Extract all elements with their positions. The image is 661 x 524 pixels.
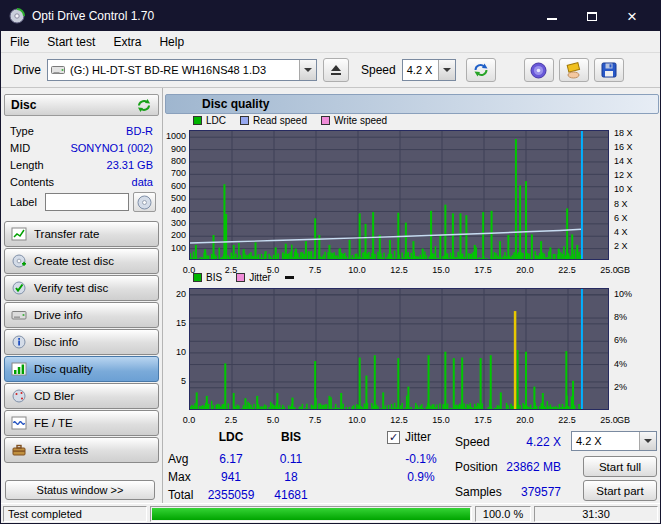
menu-file[interactable]: File xyxy=(1,32,38,52)
x-axis-tick-label: 7.5 xyxy=(301,415,329,425)
sidebar-item-label: FE / TE xyxy=(34,417,73,429)
legend-item-label: LDC xyxy=(206,115,226,126)
sidebar-item-label: Disc info xyxy=(34,336,78,348)
bis-legend-swatch xyxy=(193,273,202,282)
y-axis-tick-label: 100 xyxy=(164,243,186,253)
disc-panel-header: Disc xyxy=(4,94,159,116)
ldc-read-speed-chart-plot xyxy=(189,130,609,260)
field-contents: Contents data xyxy=(1,173,162,190)
label-input[interactable] xyxy=(45,193,129,211)
y2-axis-tick-label: 6% xyxy=(614,335,650,345)
chevron-down-icon xyxy=(443,68,451,72)
disc-info-icon xyxy=(11,334,27,350)
disc-button[interactable] xyxy=(524,58,554,82)
y2-axis-tick-label: 2% xyxy=(614,382,650,392)
progress-bar xyxy=(150,506,472,522)
x-axis-tick-label: 0.0 xyxy=(175,415,203,425)
y2-axis-tick-label: 14 X xyxy=(614,156,650,166)
jitter-checkbox[interactable]: ✓ Jitter xyxy=(387,430,431,444)
drive-select-arrow[interactable] xyxy=(299,60,316,80)
sidebar-item-create-test-disc[interactable]: Create test disc xyxy=(4,248,159,274)
progress-percent: 100.0 % xyxy=(475,506,531,522)
test-speed-arrow[interactable] xyxy=(639,432,656,450)
x-axis-tick-label: 17.5 xyxy=(469,265,497,275)
maximize-button[interactable] xyxy=(572,1,612,31)
samples-info-value: 379577 xyxy=(499,485,561,499)
legend-item-label: Jitter xyxy=(249,272,271,283)
bis-jitter-chart-plot xyxy=(189,288,609,410)
hand-button[interactable] xyxy=(559,58,589,82)
x-axis-tick-label: 17.5 xyxy=(469,415,497,425)
total-row-label: Total xyxy=(168,488,208,502)
field-contents-label: Contents xyxy=(10,176,54,188)
field-length-value: 23.31 GB xyxy=(107,159,153,171)
x-axis-tick-label: 22.5 xyxy=(553,415,581,425)
y-axis-tick-label: 1000 xyxy=(164,131,186,141)
refresh-disc-icon[interactable] xyxy=(136,98,152,113)
eject-button[interactable] xyxy=(323,58,349,82)
y2-axis-tick-label: 8% xyxy=(614,312,650,322)
drive-select[interactable]: (G:) HL-DT-ST BD-RE WH16NS48 1.D3 xyxy=(47,59,317,81)
speed-select-arrow[interactable] xyxy=(438,60,455,80)
sidebar-item-cd-bler[interactable]: CD Bler xyxy=(4,383,159,409)
drive-info-icon xyxy=(11,307,27,323)
avg-row-label: Avg xyxy=(168,452,208,466)
status-window-button[interactable]: Status window >> xyxy=(5,480,155,500)
y-axis-tick-label: 200 xyxy=(164,230,186,240)
save-button[interactable] xyxy=(594,58,624,82)
disc-quality-icon xyxy=(11,361,27,377)
checkbox-box[interactable]: ✓ xyxy=(387,431,400,444)
sidebar-item-disc-info[interactable]: Disc info xyxy=(4,329,159,355)
menu-start-test[interactable]: Start test xyxy=(38,32,104,52)
y2-axis-tick-label: 8 X xyxy=(614,199,650,209)
write-label-button[interactable] xyxy=(133,192,156,212)
sidebar-item-disc-quality[interactable]: Disc quality xyxy=(4,356,159,382)
y2-axis-tick-label: 2 X xyxy=(614,241,650,251)
x-axis-tick-label: 15.0 xyxy=(427,265,455,275)
y-axis-tick-label: 600 xyxy=(164,181,186,191)
y2-axis-tick-label: 4 X xyxy=(614,227,650,237)
extra-tests-icon xyxy=(11,442,27,458)
x-axis-unit-label: GB xyxy=(617,265,653,275)
y-axis-tick-label: 700 xyxy=(164,168,186,178)
close-button[interactable]: × xyxy=(612,1,652,31)
field-mid-value: SONYNO1 (002) xyxy=(70,142,153,154)
test-speed-select[interactable]: 4.2 X xyxy=(571,431,657,451)
speed-label: Speed xyxy=(361,63,396,77)
field-mid: MID SONYNO1 (002) xyxy=(1,139,162,156)
x-axis-tick-label: 12.5 xyxy=(385,265,413,275)
elapsed-time: 31:30 xyxy=(534,506,658,522)
speed-select[interactable]: 4.2 X xyxy=(402,59,456,81)
y2-axis-tick-label: 18 X xyxy=(614,128,650,138)
disc-panel-title: Disc xyxy=(11,98,36,112)
progress-fill xyxy=(152,508,470,520)
menu-help[interactable]: Help xyxy=(150,32,193,52)
avg-jitter-value: -0.1% xyxy=(389,452,453,466)
bis-jitter-chart: 201510510%8%6%4%2%0.02.55.07.510.012.515… xyxy=(163,286,661,436)
legend-item-label: BIS xyxy=(206,272,222,283)
field-contents-value[interactable]: data xyxy=(132,176,153,188)
close-icon: × xyxy=(627,8,637,25)
sidebar-item-transfer-rate[interactable]: Transfer rate xyxy=(4,221,159,247)
disc-fields: Type BD-R MID SONYNO1 (002) Length 23.31… xyxy=(1,122,162,190)
x-axis-tick-label: 15.0 xyxy=(427,415,455,425)
sidebar-item-verify-test-disc[interactable]: Verify test disc xyxy=(4,275,159,301)
disc-icon xyxy=(137,195,152,210)
start-part-button[interactable]: Start part xyxy=(583,480,657,501)
start-full-button[interactable]: Start full xyxy=(583,456,657,477)
minimize-button[interactable] xyxy=(532,1,572,31)
position-info-label: Position xyxy=(455,460,498,474)
menu-extra[interactable]: Extra xyxy=(104,32,150,52)
field-length-label: Length xyxy=(10,159,44,171)
y-axis-tick-label: 400 xyxy=(164,205,186,215)
avg-ldc-value: 6.17 xyxy=(203,452,259,466)
refresh-drives-button[interactable] xyxy=(466,58,496,82)
sidebar-item-extra-tests[interactable]: Extra tests xyxy=(4,437,159,463)
sidebar-item-fe-te[interactable]: FE / TE xyxy=(4,410,159,436)
y-axis-tick-label: 15 xyxy=(164,318,186,328)
y-axis-tick-label: 500 xyxy=(164,193,186,203)
x-axis-tick-label: 20.0 xyxy=(511,415,539,425)
x-axis-tick-label: 5.0 xyxy=(259,415,287,425)
sidebar-item-drive-info[interactable]: Drive info xyxy=(4,302,159,328)
bis-column-header: BIS xyxy=(263,430,319,444)
